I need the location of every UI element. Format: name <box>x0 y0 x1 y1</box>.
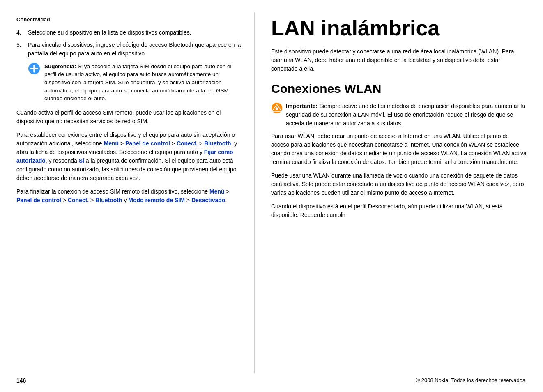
link-bluetooth-1[interactable]: Bluetooth <box>204 140 231 147</box>
link-modo-remoto[interactable]: Modo remoto de SIM <box>128 197 185 203</box>
link-conect-1[interactable]: Conect. <box>177 140 198 147</box>
important-body: Siempre active uno de los métodos de enc… <box>286 103 525 127</box>
right-paragraph-3: Cuando el dispositivo está en el perfil … <box>271 202 527 219</box>
body-paragraph-2: Para establecer conexiones entre el disp… <box>16 131 242 182</box>
important-icon: ★ <box>271 102 283 114</box>
list-item: 5. Para vincular dispositivos, ingrese e… <box>16 41 242 58</box>
tip-icon <box>28 62 40 75</box>
link-panel-2[interactable]: Panel de control <box>16 197 61 203</box>
svg-text:★: ★ <box>274 106 279 112</box>
tip-text: Sugerencia: Si ya accedió a la tarjeta S… <box>44 62 242 103</box>
link-fijar[interactable]: Fijar como autorizado <box>16 149 233 164</box>
important-box: ★ Importante: Siempre active uno de los … <box>271 102 527 128</box>
link-menu-1[interactable]: Menú <box>104 140 119 147</box>
list-text: Seleccione su dispositivo en la lista de… <box>28 28 242 37</box>
important-text: Importante: Siempre active uno de los mé… <box>286 102 527 128</box>
link-menu-2[interactable]: Menú <box>209 188 225 195</box>
link-conect-2[interactable]: Conect. <box>68 197 89 203</box>
body-paragraph-1: Cuando activa el perfil de acceso SIM re… <box>16 108 242 126</box>
right-paragraph-1: Para usar WLAN, debe crear un punto de a… <box>271 132 527 166</box>
page-number: 146 <box>16 377 26 384</box>
left-column: Conectividad 4. Seleccione su dispositiv… <box>16 12 255 373</box>
link-bluetooth-2[interactable]: Bluetooth <box>95 197 122 203</box>
list-number: 5. <box>16 41 28 58</box>
section-title: Conexiones WLAN <box>271 81 527 96</box>
numbered-list: 4. Seleccione su dispositivo en la lista… <box>16 28 242 58</box>
list-item: 4. Seleccione su dispositivo en la lista… <box>16 28 242 37</box>
link-si[interactable]: Sí <box>79 157 84 164</box>
content-area: Conectividad 4. Seleccione su dispositiv… <box>0 0 543 373</box>
body-paragraph-3: Para finalizar la conexión de acceso SIM… <box>16 187 242 205</box>
copyright-text: © 2008 Nokia. Todos los derechos reserva… <box>416 377 527 384</box>
footer: 146 © 2008 Nokia. Todos los derechos res… <box>0 373 543 392</box>
tip-svg-icon <box>28 62 40 75</box>
important-bold-label: Importante: <box>286 103 318 109</box>
link-panel-1[interactable]: Panel de control <box>125 140 170 147</box>
intro-text: Este dispositivo puede detectar y conect… <box>271 47 527 73</box>
right-column: LAN inalámbrica Este dispositivo puede d… <box>255 12 527 373</box>
list-number: 4. <box>16 28 28 37</box>
important-svg-icon: ★ <box>271 102 283 114</box>
main-title: LAN inalámbrica <box>271 16 527 40</box>
section-header: Conectividad <box>16 16 242 23</box>
right-paragraph-2: Puede usar una WLAN durante una llamada … <box>271 171 527 197</box>
tip-box: Sugerencia: Si ya accedió a la tarjeta S… <box>28 62 242 103</box>
list-text: Para vincular dispositivos, ingrese el c… <box>28 41 242 58</box>
tip-bold-label: Sugerencia: <box>44 63 76 69</box>
page: Conectividad 4. Seleccione su dispositiv… <box>0 0 543 392</box>
link-desactivado[interactable]: Desactivado <box>191 197 225 203</box>
